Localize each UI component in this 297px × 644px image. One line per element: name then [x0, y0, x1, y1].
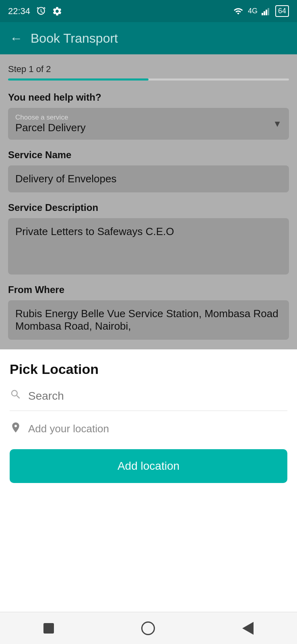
from-where-input[interactable]: Rubis Energy Belle Vue Service Station, …: [8, 300, 289, 340]
status-bar: 22:34 4G 64: [0, 0, 297, 22]
service-select-hint: Choose a service: [15, 114, 282, 122]
service-desc-label: Service Description: [8, 202, 289, 213]
page-title: Book Transport: [31, 31, 118, 46]
pick-location-panel: Pick Location Add your location Add loca…: [0, 349, 297, 504]
nav-square-button[interactable]: [43, 623, 54, 634]
step-label: Step 1 of 2: [8, 64, 289, 74]
service-name-value: Delivery of Envelopes: [15, 173, 116, 185]
pick-location-title: Pick Location: [10, 361, 287, 377]
wifi-icon: [233, 6, 244, 16]
back-button[interactable]: ←: [10, 31, 23, 46]
form-background: Step 1 of 2 You need help with? Choose a…: [0, 54, 297, 349]
pin-icon: [10, 421, 22, 436]
svg-rect-3: [268, 8, 269, 15]
progress-bar: [8, 78, 289, 80]
time-display: 22:34: [8, 6, 30, 17]
service-desc-value: Private Letters to Safeways C.E.O: [15, 225, 174, 237]
nav-back-button[interactable]: [242, 622, 254, 635]
signal-bars-icon: [262, 7, 271, 16]
service-desc-input[interactable]: Private Letters to Safeways C.E.O: [8, 218, 289, 275]
svg-rect-0: [262, 13, 263, 15]
add-location-button[interactable]: Add location: [10, 449, 287, 483]
settings-icon: [52, 6, 62, 17]
search-icon: [10, 388, 22, 403]
bottom-nav: [0, 612, 297, 644]
service-select[interactable]: Choose a service Parcel Delivery ▼: [8, 108, 289, 140]
chevron-down-icon: ▼: [273, 119, 282, 129]
from-where-value: Rubis Energy Belle Vue Service Station, …: [15, 308, 278, 332]
service-question-label: You need help with?: [8, 92, 289, 103]
search-input[interactable]: [28, 390, 287, 402]
status-left: 22:34: [8, 6, 62, 17]
svg-rect-2: [266, 10, 267, 15]
search-row: [10, 388, 287, 411]
add-location-text: Add your location: [28, 423, 109, 435]
service-select-value: Parcel Delivery: [15, 122, 282, 134]
signal-text: 4G: [248, 7, 258, 15]
service-name-label: Service Name: [8, 149, 289, 161]
header: ← Book Transport: [0, 22, 297, 54]
progress-bar-fill: [8, 78, 148, 80]
add-location-row[interactable]: Add your location: [10, 421, 287, 436]
battery-display: 64: [275, 5, 289, 17]
service-name-input[interactable]: Delivery of Envelopes: [8, 165, 289, 192]
nav-circle-button[interactable]: [141, 621, 155, 635]
from-where-label: From Where: [8, 284, 289, 295]
alarm-icon: [36, 6, 46, 17]
svg-rect-1: [264, 11, 265, 15]
status-right: 4G 64: [233, 5, 289, 17]
